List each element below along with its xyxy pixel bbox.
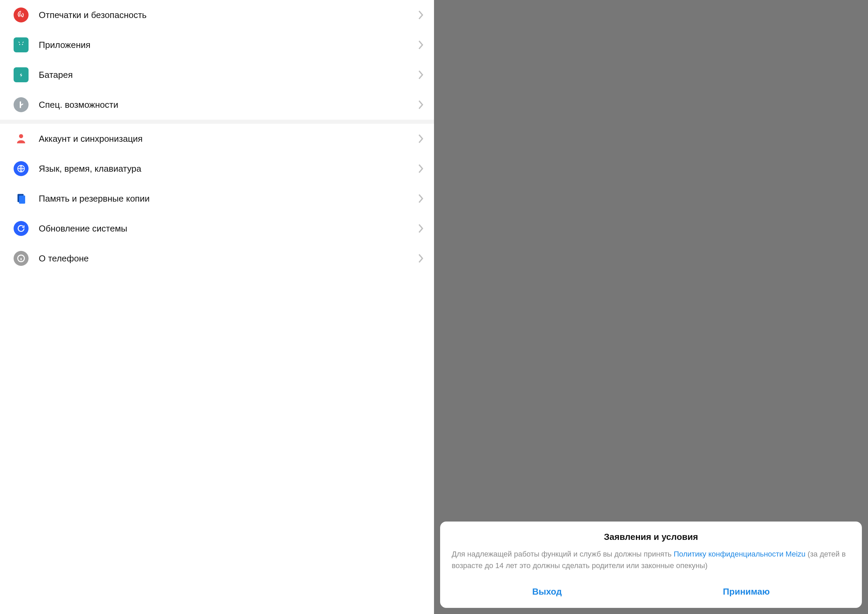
section-divider (0, 120, 434, 124)
settings-item-language[interactable]: Язык, время, клавиатура (0, 154, 434, 184)
settings-item-update[interactable]: Обновление системы (0, 214, 434, 243)
globe-icon (14, 161, 29, 176)
svg-rect-6 (20, 70, 22, 71)
svg-rect-10 (19, 195, 25, 204)
settings-list: Отпечатки и безопасность Приложения Бата… (0, 0, 434, 614)
settings-item-storage[interactable]: Память и резервные копии (0, 184, 434, 214)
modal-backdrop: Заявления и условия Для надлежащей работ… (434, 0, 868, 614)
svg-point-4 (22, 44, 23, 45)
accept-button[interactable]: Принимаю (716, 584, 777, 600)
chevron-right-icon (418, 40, 424, 50)
settings-label-apps: Приложения (39, 40, 418, 50)
screenshot-root: Отпечатки и безопасность Приложения Бата… (0, 0, 868, 614)
settings-label-storage: Память и резервные копии (39, 194, 418, 204)
settings-label-language: Язык, время, клавиатура (39, 164, 418, 174)
svg-point-7 (19, 134, 23, 138)
settings-item-accessibility[interactable]: Спец. возможности (0, 90, 434, 120)
hand-icon (14, 97, 29, 112)
settings-item-battery[interactable]: Батарея (0, 60, 434, 90)
settings-item-apps[interactable]: Приложения (0, 30, 434, 60)
chevron-right-icon (418, 133, 424, 144)
settings-label-battery: Батарея (39, 70, 418, 80)
settings-label-about: О телефоне (39, 253, 418, 264)
svg-rect-2 (18, 43, 25, 48)
chevron-right-icon (418, 194, 424, 204)
chevron-right-icon (418, 10, 424, 20)
storage-icon (14, 191, 29, 206)
dialog-title: Заявления и условия (452, 532, 850, 542)
dialog-body: Для надлежащей работы функций и служб вы… (452, 548, 850, 572)
battery-icon (14, 67, 29, 82)
svg-point-3 (19, 44, 20, 45)
dialog-actions: Выход Принимаю (452, 580, 850, 606)
settings-item-about[interactable]: О телефоне (0, 243, 434, 273)
chevron-right-icon (418, 253, 424, 264)
settings-item-account[interactable]: Аккаунт и синхронизация (0, 124, 434, 154)
chevron-right-icon (418, 99, 424, 110)
privacy-policy-link[interactable]: Политику конфиденциальности Meizu (674, 550, 806, 558)
chevron-right-icon (418, 164, 424, 174)
settings-label-update: Обновление системы (39, 223, 418, 234)
chevron-right-icon (418, 70, 424, 80)
info-icon (14, 251, 29, 266)
settings-label-accessibility: Спец. возможности (39, 99, 418, 110)
person-icon (14, 131, 29, 146)
settings-item-fingerprint[interactable]: Отпечатки и безопасность (0, 0, 434, 30)
fingerprint-icon (14, 8, 29, 22)
settings-label-account: Аккаунт и синхронизация (39, 133, 418, 144)
dialog-text-pre: Для надлежащей работы функций и служб вы… (452, 550, 674, 558)
exit-button[interactable]: Выход (525, 584, 569, 600)
android-icon (14, 37, 29, 52)
chevron-right-icon (418, 223, 424, 234)
settings-label-fingerprint: Отпечатки и безопасность (39, 10, 418, 20)
refresh-icon (14, 221, 29, 236)
terms-dialog: Заявления и условия Для надлежащей работ… (440, 521, 862, 608)
